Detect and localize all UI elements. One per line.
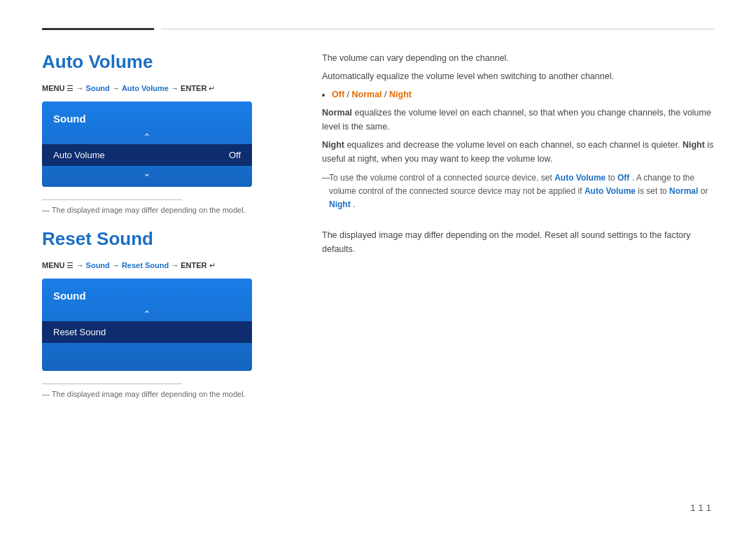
tv-menu-sound-header2: Sound: [42, 286, 252, 307]
note-is-set: is set to: [638, 186, 669, 196]
reset-sound-menu-path: MENU ☰ → Sound → Reset Sound → ENTER ↵: [42, 261, 287, 270]
auto-volume-title: Auto Volume: [42, 51, 287, 73]
auto-volume-menu-path: MENU ☰ → Sound → Auto Volume → ENTER ↵: [42, 84, 287, 93]
normal-desc: equalizes the volume level on each chann…: [322, 108, 711, 132]
note-or: or: [701, 186, 708, 196]
note-content2: The displayed image may differ depending…: [52, 390, 246, 398]
tv-menu-sound-header: Sound: [42, 108, 252, 130]
auto-volume-options-list: Off / Normal / Night: [332, 87, 714, 101]
auto-volume-item-value: Off: [229, 150, 241, 160]
auto-volume-desc4: Night equalizes and decrease the volume …: [322, 138, 714, 166]
auto-volume-note: ― The displayed image may differ dependi…: [42, 206, 287, 214]
reset-sound-desc: The displayed image may differ depending…: [322, 228, 714, 256]
auto-volume-desc1: The volume can vary depending on the cha…: [322, 51, 714, 65]
arrow2b: →: [112, 261, 122, 269]
section1-divider: [42, 199, 182, 200]
top-divider-thick: [42, 28, 154, 30]
chevron-up-icon2: ⌃: [42, 309, 252, 320]
auto-volume-menu-item[interactable]: Auto Volume Off: [42, 144, 252, 166]
reset-sound-link: Reset Sound: [122, 261, 169, 269]
reset-sound-note: ― The displayed image may differ dependi…: [42, 390, 287, 398]
reset-sound-right: The displayed image may differ depending…: [308, 228, 714, 398]
note-auto-volume2: Auto Volume: [584, 186, 636, 196]
menu-icon: ☰: [66, 84, 74, 92]
note-auto-volume: Auto Volume: [554, 173, 606, 183]
menu-icon2: ☰: [66, 261, 74, 269]
note-to: to: [608, 173, 617, 183]
arrow3: →: [171, 84, 181, 92]
night-label2: Night: [682, 140, 705, 150]
note-intro: To use the volume control of a connected…: [329, 173, 554, 183]
auto-volume-left: Auto Volume MENU ☰ → Sound → Auto Volume…: [42, 51, 308, 214]
auto-volume-desc2: Automatically equalize the volume level …: [322, 69, 714, 83]
chevron-up-icon: ⌃: [42, 132, 252, 143]
enter-icon2: ↵: [209, 261, 216, 269]
enter-label: ENTER: [181, 84, 206, 92]
option-sep1: /: [347, 90, 352, 99]
reset-sound-menu-item[interactable]: Reset Sound: [42, 321, 252, 343]
arrow1b: →: [76, 261, 86, 269]
page-container: Auto Volume MENU ☰ → Sound → Auto Volume…: [0, 0, 756, 440]
chevron-down-icon: ⌄: [42, 167, 252, 178]
note-off: Off: [617, 173, 629, 183]
reset-sound-tv-menu: Sound ⌃ Reset Sound: [42, 279, 252, 371]
auto-volume-tv-menu: Sound ⌃ Auto Volume Off ⌄: [42, 101, 252, 187]
note-normal: Normal: [669, 186, 698, 196]
normal-label: Normal: [322, 108, 352, 118]
top-divider: [42, 28, 714, 30]
reset-sound-left: Reset Sound MENU ☰ → Sound → Reset Sound…: [42, 228, 308, 398]
night-desc1: equalizes and decrease the volume level …: [346, 140, 682, 150]
auto-volume-note-right: To use the volume control of a connected…: [322, 171, 714, 212]
note-night: Night: [329, 199, 351, 209]
note-dash2: ―: [42, 390, 52, 398]
auto-volume-options: Off / Normal / Night: [332, 87, 714, 101]
menu-spacer: [42, 343, 252, 364]
reset-sound-section: Reset Sound MENU ☰ → Sound → Reset Sound…: [42, 228, 714, 398]
night-label: Night: [322, 140, 344, 150]
menu-label: MENU: [42, 84, 64, 92]
auto-volume-item-label: Auto Volume: [53, 150, 105, 160]
page-number: 111: [690, 503, 714, 513]
arrow1: →: [76, 84, 86, 92]
auto-volume-section: Auto Volume MENU ☰ → Sound → Auto Volume…: [42, 51, 714, 214]
option-night: Night: [389, 90, 412, 99]
auto-volume-right: The volume can vary depending on the cha…: [308, 51, 714, 214]
enter-icon: ↵: [209, 84, 215, 92]
option-off: Off: [332, 90, 344, 99]
top-divider-thin: [161, 29, 714, 29]
arrow3b: →: [171, 261, 181, 269]
note-content: The displayed image may differ depending…: [52, 206, 246, 214]
sound-link2: Sound: [86, 261, 110, 269]
reset-sound-title: Reset Sound: [42, 228, 287, 250]
arrow2: →: [112, 84, 122, 92]
auto-volume-link: Auto Volume: [122, 84, 169, 92]
note-period: .: [353, 199, 355, 209]
note-dash: ―: [42, 206, 52, 214]
section2-divider: [42, 384, 182, 384]
option-sep2: /: [384, 90, 389, 99]
sound-link: Sound: [86, 84, 110, 92]
enter-label2: ENTER: [181, 261, 206, 269]
reset-sound-item-label: Reset Sound: [53, 327, 106, 337]
auto-volume-desc3: Normal equalizes the volume level on eac…: [322, 106, 714, 134]
menu-label2: MENU: [42, 261, 64, 269]
option-normal: Normal: [352, 90, 382, 99]
